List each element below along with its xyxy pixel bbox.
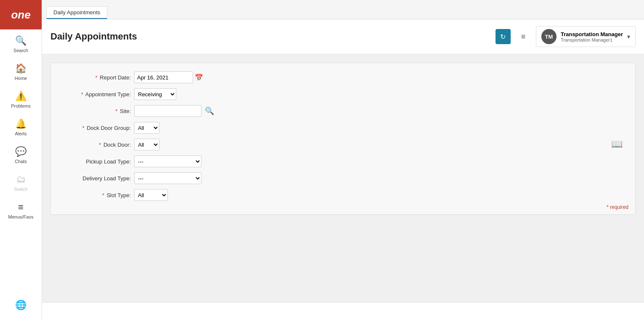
site-input[interactable] xyxy=(134,105,201,117)
site-search-icon[interactable]: 🔍 xyxy=(205,106,214,116)
user-info: Transportation Manager Transportation Ma… xyxy=(561,31,623,42)
page-content: Daily Appointments ↻ ≡ TM Transportation… xyxy=(42,19,644,319)
sidebar-item-chats-label: Chats xyxy=(15,159,27,164)
avatar-initials: TM xyxy=(545,34,553,40)
sidebar-item-home-label: Home xyxy=(15,76,27,81)
appointment-type-select[interactable]: Receiving Shipping Both xyxy=(134,88,176,100)
page-title: Daily Appointments xyxy=(50,31,490,42)
site-label: * Site: xyxy=(59,108,131,114)
chats-icon: 💬 xyxy=(15,146,27,157)
form-container: * Report Date: 📅 * Appointment Type: xyxy=(50,63,636,215)
sidebar-item-switch[interactable]: 🗂 Switch xyxy=(0,168,42,196)
dock-door-group-select[interactable]: All xyxy=(134,122,159,134)
globe-icon: 🌐 xyxy=(15,300,27,311)
pickup-load-type-select[interactable]: --- xyxy=(134,156,201,167)
user-role: Transportation Manager1 xyxy=(561,37,623,42)
pickup-load-type-label: Pickup Load Type: xyxy=(59,158,131,165)
sidebar-item-chats[interactable]: 💬 Chats xyxy=(0,140,42,168)
app-logo: one xyxy=(0,0,42,29)
dock-door-select[interactable]: All xyxy=(134,139,159,150)
dock-door-group-label: * Dock Door Group: xyxy=(59,125,131,131)
slot-type-select[interactable]: All xyxy=(134,189,168,201)
report-date-input[interactable] xyxy=(134,71,193,83)
form-row-dock-door: * Dock Door: All xyxy=(59,139,627,150)
avatar: TM xyxy=(541,29,557,44)
tab-bar: Daily Appointments xyxy=(42,0,644,19)
sidebar-item-switch-label: Switch xyxy=(14,187,27,192)
form-row-delivery-load-type: Delivery Load Type: --- xyxy=(59,172,627,184)
header-menu-button[interactable]: ≡ xyxy=(516,29,531,44)
form-row-slot-type: * Slot Type: All xyxy=(59,189,627,201)
delivery-load-type-label: Delivery Load Type: xyxy=(59,175,131,182)
user-menu[interactable]: TM Transportation Manager Transportation… xyxy=(536,26,636,47)
refresh-icon: ↻ xyxy=(500,33,506,41)
tab-daily-appointments[interactable]: Daily Appointments xyxy=(46,6,107,19)
chevron-down-icon: ▾ xyxy=(627,33,630,40)
logo-text: one xyxy=(11,8,30,21)
main-content: Daily Appointments Daily Appointments ↻ … xyxy=(42,0,644,319)
sidebar-item-alerts[interactable]: 🔔 Alerts xyxy=(0,113,42,140)
dock-door-label: * Dock Door: xyxy=(59,142,131,148)
report-date-label: * Report Date: xyxy=(59,74,131,81)
sidebar-item-search[interactable]: 🔍 Search xyxy=(0,29,42,57)
form-row-report-date: * Report Date: 📅 xyxy=(59,71,627,83)
sidebar-item-alerts-label: Alerts xyxy=(15,131,27,136)
sidebar-item-home[interactable]: 🏠 Home xyxy=(0,57,42,85)
appointment-type-label: * Appointment Type: xyxy=(59,91,131,98)
form-row-site: * Site: 🔍 xyxy=(59,105,627,117)
sidebar-item-problems[interactable]: ⚠️ Problems xyxy=(0,85,42,113)
header-bar: Daily Appointments ↻ ≡ TM Transportation… xyxy=(42,19,644,54)
bottom-bar xyxy=(42,302,644,319)
required-note: * required xyxy=(607,204,628,210)
refresh-button[interactable]: ↻ xyxy=(496,29,511,44)
sidebar-item-menus[interactable]: ≡ Menus/Favs xyxy=(0,196,42,224)
sidebar-item-search-label: Search xyxy=(13,48,28,53)
calendar-icon[interactable]: 📅 xyxy=(195,74,203,82)
slot-type-label: * Slot Type: xyxy=(59,192,131,198)
form-row-dock-door-group: * Dock Door Group: All xyxy=(59,122,627,134)
delivery-load-type-select[interactable]: --- xyxy=(134,172,201,184)
search-icon: 🔍 xyxy=(15,35,27,46)
form-row-pickup-load-type: Pickup Load Type: --- xyxy=(59,156,627,167)
sidebar-item-problems-label: Problems xyxy=(11,103,30,108)
sidebar-item-globe[interactable]: 🌐 xyxy=(0,294,42,315)
user-name: Transportation Manager xyxy=(561,31,623,37)
date-input-wrap: 📅 xyxy=(134,71,203,83)
help-book-icon[interactable]: 📖 xyxy=(611,139,623,150)
sidebar-item-menus-label: Menus/Favs xyxy=(8,214,34,219)
tab-label: Daily Appointments xyxy=(53,9,100,16)
problems-icon: ⚠️ xyxy=(15,91,27,102)
hamburger-icon: ≡ xyxy=(521,32,526,41)
alerts-icon: 🔔 xyxy=(15,119,27,129)
menus-icon: ≡ xyxy=(18,202,24,213)
home-icon: 🏠 xyxy=(15,63,27,74)
form-row-appointment-type: * Appointment Type: Receiving Shipping B… xyxy=(59,88,627,100)
switch-icon: 🗂 xyxy=(16,174,26,185)
sidebar: one 🔍 Search 🏠 Home ⚠️ Problems 🔔 Alerts… xyxy=(0,0,42,319)
